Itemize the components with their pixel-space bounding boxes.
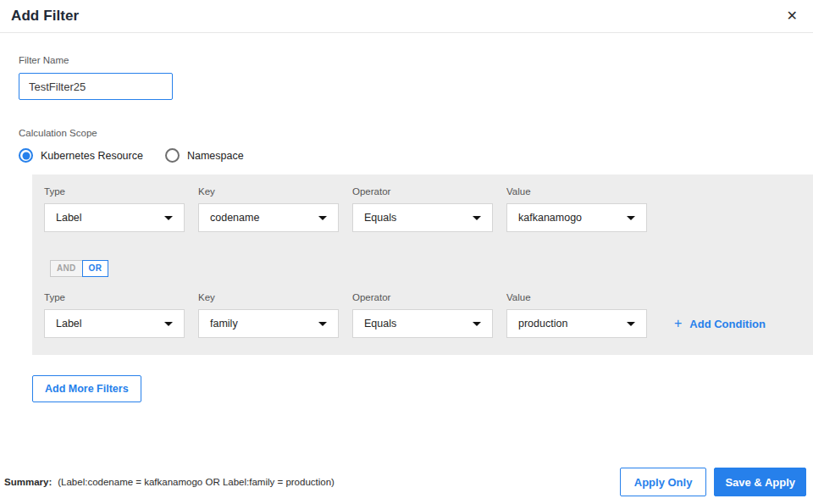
- or-toggle-button[interactable]: OR: [82, 260, 109, 277]
- operator-dropdown[interactable]: Equals: [352, 309, 493, 338]
- chevron-down-icon: [627, 322, 635, 326]
- radio-namespace-label: Namespace: [187, 150, 244, 162]
- dialog-header: Add Filter ✕: [0, 0, 813, 33]
- type-dropdown-value: Label: [56, 318, 82, 330]
- chevron-down-icon: [473, 322, 481, 326]
- radio-kubernetes-resource[interactable]: Kubernetes Resource: [19, 148, 143, 163]
- value-dropdown-value: kafkanamogo: [518, 212, 582, 224]
- radio-unselected-icon[interactable]: [165, 148, 180, 163]
- radio-kubernetes-resource-label: Kubernetes Resource: [41, 150, 143, 162]
- radio-namespace[interactable]: Namespace: [165, 148, 244, 163]
- key-dropdown[interactable]: codename: [198, 203, 339, 232]
- add-condition-label: Add Condition: [689, 318, 766, 330]
- key-dropdown[interactable]: family: [198, 309, 339, 338]
- type-dropdown[interactable]: Label: [44, 309, 185, 338]
- condition-row: Type Label Key codename Operator: [44, 186, 808, 232]
- chevron-down-icon: [473, 216, 481, 220]
- summary-label: Summary:: [4, 477, 52, 487]
- add-more-filters-button[interactable]: Add More Filters: [32, 375, 141, 402]
- save-and-apply-button[interactable]: Save & Apply: [714, 468, 806, 496]
- operator-dropdown-value: Equals: [364, 212, 396, 224]
- key-dropdown-value: codename: [210, 212, 259, 224]
- chevron-down-icon: [164, 322, 173, 326]
- chevron-down-icon: [627, 216, 635, 220]
- dialog-content: Filter Name Calculation Scope Kubernetes…: [0, 55, 813, 402]
- chevron-down-icon: [164, 216, 173, 220]
- close-icon[interactable]: ✕: [785, 8, 799, 25]
- value-dropdown[interactable]: production: [506, 309, 647, 338]
- summary: Summary: (Label:codename = kafkanamogo O…: [4, 477, 335, 487]
- value-label: Value: [506, 292, 647, 302]
- add-condition-button[interactable]: + Add Condition: [674, 309, 766, 338]
- chevron-down-icon: [318, 322, 327, 326]
- value-dropdown-value: production: [518, 318, 567, 330]
- type-dropdown-value: Label: [56, 212, 82, 224]
- conditions-panel: Type Label Key codename Operator: [32, 174, 813, 355]
- calculation-scope-label: Calculation Scope: [19, 128, 813, 138]
- value-label: Value: [506, 186, 647, 197]
- apply-only-button[interactable]: Apply Only: [620, 468, 707, 496]
- operator-dropdown-value: Equals: [364, 318, 396, 330]
- logic-toggle: AND OR: [50, 260, 108, 277]
- filter-name-input[interactable]: [19, 73, 173, 100]
- type-dropdown[interactable]: Label: [44, 203, 185, 232]
- and-toggle-button[interactable]: AND: [50, 260, 82, 277]
- operator-dropdown[interactable]: Equals: [352, 203, 493, 232]
- key-dropdown-value: family: [210, 318, 238, 330]
- key-label: Key: [198, 186, 339, 197]
- filter-name-label: Filter Name: [19, 55, 813, 65]
- value-dropdown[interactable]: kafkanamogo: [506, 203, 647, 232]
- add-filter-dialog: Add Filter ✕ Filter Name Calculation Sco…: [0, 0, 813, 504]
- radio-selected-icon[interactable]: [19, 148, 33, 163]
- operator-label: Operator: [352, 186, 493, 197]
- type-label: Type: [44, 186, 185, 197]
- page-title: Add Filter: [11, 8, 79, 25]
- key-label: Key: [198, 292, 339, 302]
- calculation-scope-options: Kubernetes Resource Namespace: [19, 148, 813, 163]
- operator-label: Operator: [352, 292, 493, 302]
- summary-text: (Label:codename = kafkanamogo OR Label:f…: [58, 477, 335, 487]
- chevron-down-icon: [318, 216, 327, 220]
- plus-icon: +: [674, 317, 682, 330]
- dialog-footer: Summary: (Label:codename = kafkanamogo O…: [0, 468, 813, 496]
- condition-row: Type Label Key family Operator: [44, 292, 808, 338]
- type-label: Type: [44, 292, 185, 302]
